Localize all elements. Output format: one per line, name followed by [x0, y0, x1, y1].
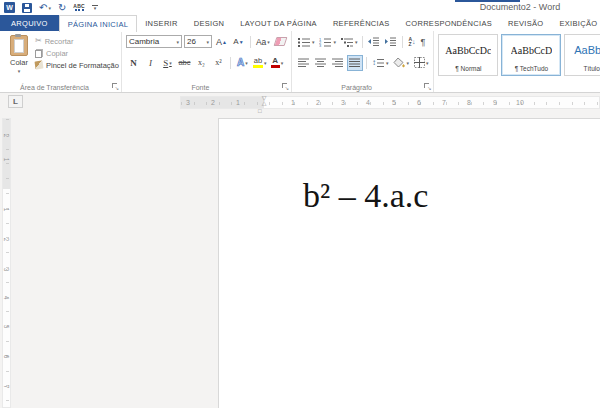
show-paragraph-marks-button[interactable]: ¶: [419, 34, 428, 50]
tab-design[interactable]: DESIGN: [186, 15, 233, 31]
customize-quick-access-icon[interactable]: ▾: [92, 2, 98, 14]
clipboard-icon: [10, 35, 28, 56]
tab-revisao[interactable]: REVISÃO: [500, 15, 551, 31]
italic-button[interactable]: I: [143, 55, 158, 70]
paste-label: Colar: [10, 58, 28, 67]
bold-button[interactable]: N: [126, 55, 141, 70]
align-left-button[interactable]: [296, 55, 312, 71]
highlight-icon: ab: [253, 57, 263, 68]
paragraph-dialog-launcher-icon[interactable]: [423, 82, 431, 90]
bullets-icon: [298, 37, 311, 47]
horizontal-ruler: 3 2 1 1 2 3 4 5 6 7 8 9 10 ▽ △: [180, 96, 600, 109]
numbering-icon: 123: [319, 37, 332, 47]
clear-formatting-button[interactable]: [273, 34, 288, 49]
tab-layout-da-pagina[interactable]: LAYOUT DA PÁGINA: [232, 15, 325, 31]
font-color-button[interactable]: A ▾: [269, 55, 284, 70]
ruler-number: 2: [209, 99, 217, 107]
document-text: b² – 4.a.c: [303, 177, 428, 215]
ruler-number: 1: [3, 206, 11, 213]
strikethrough-button[interactable]: abc: [177, 55, 192, 70]
format-painter-icon: [34, 60, 43, 69]
align-center-button[interactable]: [313, 55, 329, 71]
grow-font-button[interactable]: A▲: [214, 34, 229, 49]
style-preview: AaBbCc: [574, 35, 600, 65]
indent-markers[interactable]: ▽ △: [259, 96, 269, 106]
text-highlight-button[interactable]: ab ▾: [252, 55, 268, 70]
increase-indent-icon: [385, 37, 397, 47]
paste-dropdown-icon[interactable]: ▾: [18, 68, 21, 74]
tab-stop-selector[interactable]: L: [8, 95, 23, 108]
style-preview: AaBbCcDc: [445, 35, 491, 65]
font-size-dropdown-icon: ▾: [206, 39, 209, 45]
redo-icon[interactable]: ↻: [58, 2, 66, 14]
undo-dropdown-icon[interactable]: ▾: [48, 5, 51, 11]
increase-indent-button[interactable]: [383, 34, 399, 50]
shading-button[interactable]: ▾: [391, 55, 411, 71]
font-size-combo[interactable]: 26 ▾: [184, 35, 212, 48]
sort-button[interactable]: AZ↓: [406, 34, 417, 50]
line-spacing-button[interactable]: ↕ ▾: [370, 55, 391, 71]
font-group-label: Fonte: [122, 84, 279, 91]
superscript-button[interactable]: x²: [211, 55, 226, 70]
shrink-font-button[interactable]: A▼: [231, 34, 246, 49]
style-card-titulo1[interactable]: AaBbCc Título 1: [564, 34, 600, 76]
word-window: W ↶▾ ↻ ABC ▾ Documento2 - Word ARQUIVO P…: [0, 0, 600, 408]
spelling-icon[interactable]: ABC: [73, 2, 85, 14]
multilevel-list-button[interactable]: ▾: [339, 34, 360, 50]
change-case-label: Aa: [256, 37, 266, 47]
paste-button[interactable]: Colar ▾: [3, 34, 35, 80]
sort-icon: AZ↓: [408, 37, 415, 47]
numbering-button[interactable]: 123 ▾: [317, 34, 338, 50]
copy-button[interactable]: Copiar: [35, 48, 119, 58]
paragraph-group: ▾ 123 ▾ ▾ AZ↓: [292, 31, 435, 92]
tab-arquivo[interactable]: ARQUIVO: [0, 15, 59, 31]
style-card-techtudo[interactable]: AaBbCcD ¶ TechTudo: [501, 34, 561, 76]
justify-icon: [349, 58, 361, 68]
tab-correspondencias[interactable]: CORRESPONDÊNCIAS: [398, 15, 500, 31]
font-color-icon: A: [271, 57, 280, 68]
ruler-number: 3: [184, 99, 192, 107]
undo-icon[interactable]: ↶▾: [39, 2, 51, 14]
text-effects-button[interactable]: A ▾: [235, 55, 250, 70]
tab-inserir[interactable]: INSERIR: [137, 15, 186, 31]
ribbon: Colar ▾ ✂ Recortar Copiar Pincel de Form…: [0, 31, 600, 93]
ruler-number: 5: [390, 99, 398, 107]
borders-icon: [414, 57, 425, 68]
ruler-number: 8: [465, 99, 473, 107]
align-left-icon: [298, 58, 310, 68]
paragraph-group-label: Parágrafo: [292, 84, 422, 91]
font-group: Cambria ▾ 26 ▾ A▲ A▼ Aa ▾ N: [122, 31, 292, 92]
cut-button[interactable]: ✂ Recortar: [35, 36, 119, 46]
bullets-button[interactable]: ▾: [296, 34, 317, 50]
save-icon[interactable]: [22, 2, 32, 14]
clipboard-dialog-launcher-icon[interactable]: [111, 82, 119, 90]
ruler-number: 9: [491, 99, 499, 107]
style-card-normal[interactable]: AaBbCcDc ¶ Normal: [438, 34, 498, 76]
document-page[interactable]: b² – 4.a.c: [218, 118, 600, 408]
format-painter-button[interactable]: Pincel de Formatação: [35, 60, 119, 70]
font-dialog-launcher-icon[interactable]: [281, 82, 289, 90]
subscript-button[interactable]: x₂: [194, 55, 209, 70]
change-case-button[interactable]: Aa ▾: [255, 34, 271, 49]
align-right-button[interactable]: [330, 55, 346, 71]
underline-button[interactable]: S ▾: [160, 55, 175, 70]
word-logo-icon[interactable]: W: [4, 2, 15, 14]
hanging-indent-marker[interactable]: △: [262, 101, 267, 106]
font-name-combo[interactable]: Cambria ▾: [126, 35, 182, 48]
tab-referencias[interactable]: REFERÊNCIAS: [325, 15, 398, 31]
ruler-number: 1: [3, 156, 11, 163]
tab-exibicao[interactable]: EXIBIÇÃO: [552, 15, 600, 31]
window-title: Documento2 - Word: [440, 2, 600, 12]
cut-label: Recortar: [45, 37, 74, 46]
ruler-number: 2: [3, 132, 11, 139]
justify-button[interactable]: [347, 55, 363, 71]
clipboard-group: Colar ▾ ✂ Recortar Copiar Pincel de Form…: [0, 31, 122, 92]
borders-button[interactable]: ▾: [412, 55, 431, 71]
svg-text:3: 3: [319, 43, 322, 47]
ruler-number: 1: [289, 99, 297, 107]
ruler-number: 3: [3, 266, 11, 273]
left-indent-marker[interactable]: □: [258, 108, 262, 114]
tab-pagina-inicial[interactable]: PÁGINA INICIAL: [59, 15, 137, 32]
text-effects-icon: A: [237, 57, 244, 68]
decrease-indent-button[interactable]: [366, 34, 382, 50]
